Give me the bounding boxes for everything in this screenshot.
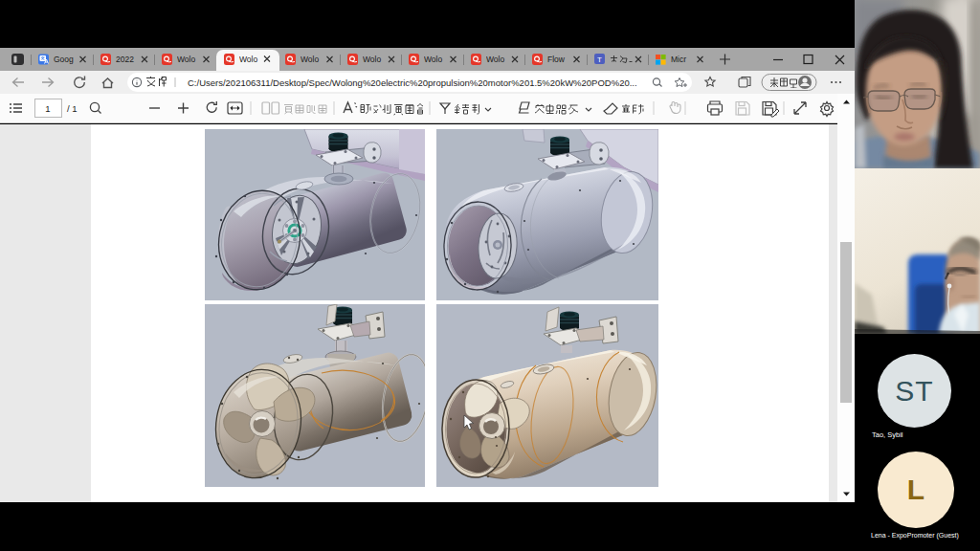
svg-text:/ 1: / 1 [67, 103, 78, 114]
svg-text:1: 1 [45, 103, 50, 114]
svg-text:T: T [597, 55, 602, 64]
